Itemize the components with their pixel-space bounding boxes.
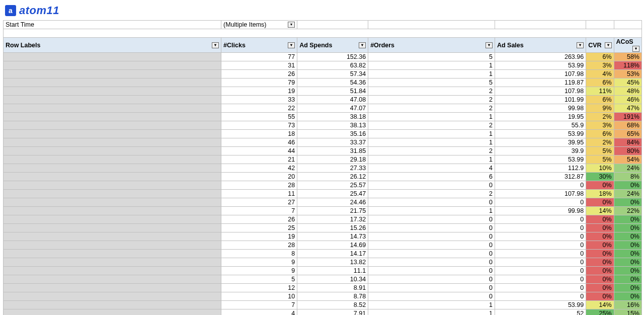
row-label-cell (4, 147, 221, 155)
chevron-down-icon[interactable]: ▾ (212, 42, 219, 48)
col-clicks[interactable]: #Clicks ▾ (221, 38, 297, 53)
clicks-cell: 73 (221, 121, 297, 130)
table-row[interactable]: 1125.472107.9818%24% (4, 190, 642, 198)
chevron-down-icon[interactable]: ▾ (632, 46, 639, 52)
orders-cell: 2 (368, 121, 495, 130)
sales-cell: 0 (495, 250, 586, 258)
col-acos[interactable]: ACoS ▾ (614, 38, 641, 53)
table-row[interactable]: 2724.46000%0% (4, 198, 642, 207)
sales-cell: 39.95 (495, 138, 586, 147)
table-row[interactable]: 78.52153.9914%16% (4, 301, 642, 309)
acos-cell: 0% (614, 250, 641, 258)
chevron-down-icon[interactable]: ▾ (577, 42, 584, 48)
orders-cell: 0 (368, 224, 495, 232)
col-cvr[interactable]: CVR ▾ (586, 38, 614, 53)
table-row[interactable]: 2515.26000%0% (4, 224, 642, 232)
table-row[interactable]: 2825.57000%0% (4, 181, 642, 190)
spends-cell: 31.85 (297, 147, 368, 155)
table-row[interactable]: 2657.341107.984%53% (4, 70, 642, 78)
row-label-cell (4, 121, 221, 130)
acos-cell: 53% (614, 70, 641, 78)
spends-cell: 26.12 (297, 173, 368, 181)
cvr-cell: 0% (586, 267, 614, 275)
cvr-cell: 5% (586, 155, 614, 164)
sales-cell: 53.99 (495, 155, 586, 164)
spends-cell: 54.36 (297, 78, 368, 87)
orders-cell: 1 (368, 61, 495, 70)
acos-cell: 58% (614, 53, 641, 61)
cvr-cell: 18% (586, 190, 614, 198)
table-row[interactable]: 47.9115225%15% (4, 309, 642, 316)
orders-cell: 6 (368, 173, 495, 181)
cvr-cell: 0% (586, 224, 614, 232)
chevron-down-icon[interactable]: ▾ (486, 42, 493, 48)
table-row[interactable]: 1951.842107.9811%48% (4, 87, 642, 96)
table-row[interactable]: 2247.07299.989%47% (4, 104, 642, 113)
cvr-cell: 0% (586, 250, 614, 258)
sales-cell: 107.98 (495, 70, 586, 78)
cvr-cell: 6% (586, 78, 614, 87)
sales-cell: 0 (495, 224, 586, 232)
table-row[interactable]: 3163.82153.993%118% (4, 61, 642, 70)
sales-cell: 119.87 (495, 78, 586, 87)
col-ad-spends[interactable]: Ad Spends ▾ (297, 38, 368, 53)
table-row[interactable]: 7338.13255.93%68% (4, 121, 642, 130)
table-row[interactable]: 911.1000%0% (4, 267, 642, 275)
col-cvr-text: CVR (588, 42, 601, 49)
orders-cell: 5 (368, 53, 495, 61)
row-label-cell (4, 70, 221, 78)
spends-cell: 8.52 (297, 301, 368, 309)
row-label-cell (4, 258, 221, 267)
brand-name: atom11 (19, 4, 59, 17)
filter-dropdown-icon[interactable]: ▾ (288, 22, 295, 28)
brand-header: a atom11 (0, 0, 644, 20)
table-row[interactable]: 2814.69000%0% (4, 241, 642, 250)
clicks-cell: 46 (221, 138, 297, 147)
table-row[interactable]: 4633.37139.952%84% (4, 138, 642, 147)
table-row[interactable]: 7954.365119.876%45% (4, 78, 642, 87)
orders-cell: 0 (368, 232, 495, 241)
orders-cell: 1 (368, 113, 495, 121)
table-row[interactable]: 510.34000%0% (4, 275, 642, 284)
cvr-cell: 9% (586, 104, 614, 113)
spends-cell: 33.37 (297, 138, 368, 147)
sales-cell: 0 (495, 215, 586, 224)
table-row[interactable]: 1914.73000%0% (4, 232, 642, 241)
filter-field-value[interactable]: (Multiple Items) ▾ (221, 21, 297, 29)
clicks-cell: 26 (221, 70, 297, 78)
sales-cell: 263.96 (495, 53, 586, 61)
table-row[interactable]: 2026.126312.8730%8% (4, 173, 642, 181)
table-row[interactable]: 2617.32000%0% (4, 215, 642, 224)
table-row[interactable]: 3347.082101.996%46% (4, 96, 642, 104)
acos-cell: 16% (614, 301, 641, 309)
chevron-down-icon[interactable]: ▾ (359, 42, 366, 48)
col-row-labels[interactable]: Row Labels ▾ (4, 38, 221, 53)
col-orders[interactable]: #Orders ▾ (368, 38, 495, 53)
table-row[interactable]: 128.91000%0% (4, 284, 642, 292)
orders-cell: 0 (368, 275, 495, 284)
table-row[interactable]: 108.78000%0% (4, 292, 642, 301)
chevron-down-icon[interactable]: ▾ (288, 42, 295, 48)
spends-cell: 25.57 (297, 181, 368, 190)
table-row[interactable]: 721.75199.9814%22% (4, 207, 642, 215)
orders-cell: 1 (368, 138, 495, 147)
spacer-row (4, 29, 642, 38)
table-row[interactable]: 2129.18153.995%54% (4, 155, 642, 164)
acos-cell: 0% (614, 275, 641, 284)
table-row[interactable]: 1835.16153.996%65% (4, 130, 642, 138)
table-row[interactable]: 4431.85239.95%80% (4, 147, 642, 155)
acos-cell: 84% (614, 138, 641, 147)
table-row[interactable]: 5538.18119.952%191% (4, 113, 642, 121)
table-row[interactable]: 77152.365263.966%58% (4, 53, 642, 61)
table-row[interactable]: 814.17000%0% (4, 250, 642, 258)
clicks-cell: 7 (221, 207, 297, 215)
filter-field-name[interactable]: Start Time (4, 21, 221, 29)
table-row[interactable]: 913.82000%0% (4, 258, 642, 267)
clicks-cell: 25 (221, 224, 297, 232)
table-row[interactable]: 4227.334112.910%24% (4, 164, 642, 173)
chevron-down-icon[interactable]: ▾ (605, 42, 612, 48)
col-ad-sales[interactable]: Ad Sales ▾ (495, 38, 586, 53)
spends-cell: 152.36 (297, 53, 368, 61)
cvr-cell: 6% (586, 96, 614, 104)
acos-cell: 0% (614, 198, 641, 207)
